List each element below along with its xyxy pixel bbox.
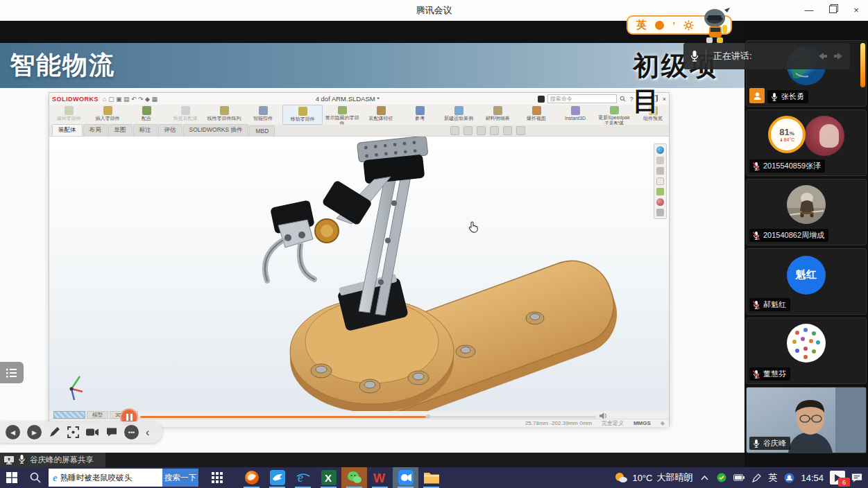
taskbar-app-wps[interactable]: W <box>367 467 393 488</box>
sw-tab-标注[interactable]: 标注 <box>133 124 158 136</box>
taskbar-app-excel[interactable]: X <box>316 467 341 488</box>
taskbar: e 熟睡时被老鼠咬破头 搜索一下 eXW 10°C 大部晴朗 英 14:54 6 <box>0 467 868 488</box>
camera-icon[interactable] <box>86 427 99 437</box>
appearance-icon[interactable] <box>516 126 525 135</box>
sw-tab-草图[interactable]: 草图 <box>108 124 133 136</box>
sw-tab-评估[interactable]: 评估 <box>158 124 182 136</box>
ribbon-button-显示隐藏的零部件[interactable]: 显示隐藏的零部件 <box>323 105 361 125</box>
task-view-button[interactable] <box>205 467 229 488</box>
appearances-icon[interactable] <box>656 198 664 206</box>
ribbon-button-线性零部件阵列[interactable]: 线性零部件阵列 <box>205 105 244 125</box>
pen-tool-icon[interactable] <box>49 426 60 438</box>
ribbon-button-插入零部件[interactable]: 插入零部件 <box>88 105 127 125</box>
participant-tile-谷庆峰[interactable]: 谷庆峰 <box>746 387 867 453</box>
search-submit-button[interactable]: 搜索一下 <box>162 469 198 487</box>
restore-button[interactable] <box>821 0 844 21</box>
share-mic-icon <box>17 454 26 466</box>
ribbon-button-材料明细表[interactable]: 材料明细表 <box>478 105 517 125</box>
minimize-button[interactable]: — <box>797 0 821 21</box>
status-coordinates: 25.78mm -202.39mm 0mm <box>525 420 592 426</box>
search-query-text[interactable]: 熟睡时被老鼠咬破头 <box>60 473 162 483</box>
ribbon-button-爆炸视图[interactable]: 爆炸视图 <box>517 105 556 125</box>
display-style-icon[interactable] <box>490 126 499 135</box>
more-options-button[interactable]: ••• <box>124 425 139 439</box>
task-pane-strip[interactable] <box>654 143 667 219</box>
avatar: 魁红 <box>787 256 826 295</box>
ime-gear-icon[interactable] <box>683 20 694 31</box>
participant-tile-郝魁红[interactable]: 魁红 郝魁红 <box>746 248 867 315</box>
design-library-icon[interactable] <box>656 167 664 175</box>
sw-tab-布局[interactable]: 布局 <box>83 124 108 136</box>
ribbon-button-更新Speedpak子装配体[interactable]: 更新Speedpak子装配体 <box>595 105 633 125</box>
taskbar-app-file-explorer[interactable] <box>418 467 444 488</box>
tray-expand-chevron[interactable] <box>699 472 710 483</box>
ribbon-button-配合[interactable]: 配合 <box>127 105 166 125</box>
heads-up-view-toolbar[interactable] <box>450 126 525 135</box>
video-progress-remaining[interactable] <box>429 416 596 418</box>
tab-scroll-strip[interactable] <box>53 411 85 419</box>
taskbar-app-ie[interactable]: e <box>290 467 316 488</box>
model-tab-模型[interactable]: 模型 <box>87 411 108 419</box>
comment-icon[interactable] <box>106 427 117 437</box>
ribbon-button-智能扣件[interactable]: 智能扣件 <box>244 105 282 125</box>
close-button[interactable]: × <box>844 0 868 21</box>
status-units[interactable]: MMGS <box>633 420 651 426</box>
ribbon-button-新建运动算例[interactable]: 新建运动算例 <box>439 105 478 125</box>
ime-pen-icon[interactable]: ʼ <box>671 19 676 30</box>
previous-slide-button[interactable]: ◀ <box>6 425 20 439</box>
weather-desc: 大部晴朗 <box>656 471 692 484</box>
search-icon[interactable] <box>620 96 626 102</box>
hide-show-items-icon[interactable] <box>503 126 512 135</box>
media-player-tray-icon[interactable]: 6 <box>830 471 845 485</box>
sw-tab-装配体[interactable]: 装配体 <box>52 124 83 136</box>
next-slide-button[interactable]: ▶ <box>27 425 42 439</box>
pen-tray-icon[interactable] <box>751 472 762 483</box>
sw-tab-SOLIDWORKS 插件[interactable]: SOLIDWORKS 插件 <box>183 124 249 136</box>
ribbon-button-Instant3D[interactable]: Instant3D <box>556 105 595 125</box>
ribbon-button-参考[interactable]: 参考 <box>400 105 439 125</box>
ribbon-button-装配体特征[interactable]: 装配体特征 <box>361 105 400 125</box>
participant-tile-2015540859张泽[interactable]: 81% 🌡84°C 2015540859张泽 <box>746 110 867 176</box>
start-button[interactable] <box>0 467 24 488</box>
home-icon[interactable] <box>656 157 664 164</box>
taskbar-search-button[interactable] <box>24 467 47 488</box>
video-volume-icon[interactable] <box>599 412 608 420</box>
battery-tray-icon[interactable] <box>733 472 744 483</box>
view-sphere-icon[interactable] <box>656 146 664 154</box>
video-progress-filled[interactable] <box>140 416 426 418</box>
ribbon-button-移动零部件[interactable]: 移动零部件 <box>282 105 323 125</box>
ime-language-label[interactable]: 英 <box>636 19 647 32</box>
quick-access-toolbar[interactable]: ⌂ ▢ ▣ ▤ ↶ ↷ ◆ ▦ <box>103 96 158 103</box>
zoom-fit-icon[interactable] <box>450 126 459 135</box>
document-title: 4 dof ARM.SLDASM * <box>162 95 534 103</box>
file-explorer-pane-icon[interactable] <box>656 177 664 185</box>
participant-tile-董慧芬[interactable]: 董慧芬 <box>746 317 867 384</box>
input-language-indicator[interactable]: 英 <box>768 471 777 484</box>
taskbar-search-box[interactable]: e 熟睡时被老鼠咬破头 <box>49 469 162 487</box>
taskbar-app-sogou-browser[interactable] <box>239 467 264 488</box>
graphics-viewport[interactable] <box>49 137 669 411</box>
antivirus-tray-icon[interactable] <box>716 472 727 483</box>
weather-widget[interactable]: 10°C 大部晴朗 <box>614 471 692 484</box>
collapse-toolbar-button[interactable]: ‹ <box>146 426 149 439</box>
laser-select-icon[interactable] <box>67 426 79 438</box>
command-search[interactable]: 搜索命令 <box>538 94 626 103</box>
command-search-input[interactable]: 搜索命令 <box>547 94 617 103</box>
status-options-icon[interactable]: ◈ <box>661 420 665 426</box>
view-orientation-icon[interactable] <box>477 126 486 135</box>
taskbar-app-wechat[interactable] <box>341 467 367 488</box>
view-palette-icon[interactable] <box>656 188 664 195</box>
taskbar-clock[interactable]: 14:54 <box>801 473 824 483</box>
taskbar-app-tencent-meeting[interactable] <box>393 467 418 488</box>
zoom-area-icon[interactable] <box>463 126 473 135</box>
participant-tile-201540862周增成[interactable]: 201540862周增成 <box>746 179 867 245</box>
outline-panel-handle[interactable] <box>0 362 24 383</box>
action-center-button[interactable] <box>851 472 862 483</box>
sw-tab-MBD[interactable]: MBD <box>249 125 275 136</box>
taskbar-app-thunder[interactable] <box>264 467 290 488</box>
video-progress-knob[interactable] <box>426 415 430 419</box>
translate-tray-icon[interactable] <box>783 472 794 483</box>
custom-properties-icon[interactable] <box>656 209 664 216</box>
participants-panel: 张长勇 81% 🌡84°C 2015540859张泽 201540862周增成 … <box>744 21 868 467</box>
ime-mode-dot-icon[interactable] <box>655 21 664 30</box>
